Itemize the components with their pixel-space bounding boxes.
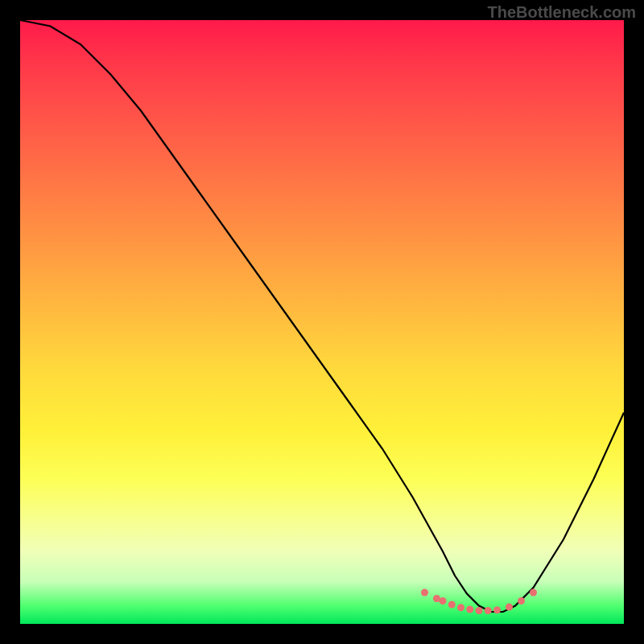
marker-dot (476, 607, 483, 614)
marker-dot (485, 607, 492, 614)
chart-plot-area (20, 20, 624, 624)
chart-svg (20, 20, 624, 624)
marker-dot (466, 606, 473, 613)
marker-dot (530, 589, 537, 597)
marker-dot (493, 606, 501, 613)
marker-dot (518, 597, 525, 605)
bottleneck-curve-line (20, 20, 624, 612)
marker-dot (506, 604, 513, 611)
marker-dot (440, 597, 447, 605)
watermark-text: TheBottleneck.com (488, 3, 636, 22)
optimal-range-markers (421, 589, 537, 615)
marker-dot (457, 604, 464, 611)
marker-dot (421, 589, 428, 597)
marker-dot (448, 601, 456, 609)
